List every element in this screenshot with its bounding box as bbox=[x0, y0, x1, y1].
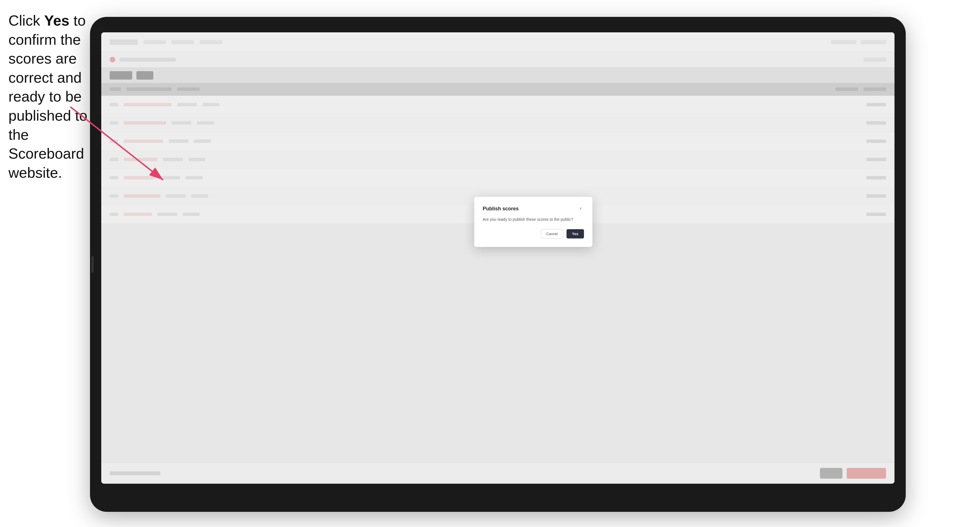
modal-message: Are you ready to publish these scores to… bbox=[483, 216, 584, 222]
cancel-button[interactable]: Cancel bbox=[541, 229, 563, 238]
modal-header: Publish scores × bbox=[483, 205, 584, 212]
tablet-side-button bbox=[91, 256, 94, 273]
instruction-text: Click Yes to confirm the scores are corr… bbox=[8, 11, 90, 182]
publish-scores-modal: Publish scores × Are you ready to publis… bbox=[474, 197, 592, 247]
tablet-screen: Publish scores × Are you ready to publis… bbox=[101, 32, 894, 484]
modal-close-button[interactable]: × bbox=[577, 205, 584, 212]
tablet-device: Publish scores × Are you ready to publis… bbox=[90, 17, 906, 512]
modal-footer: Cancel Yes bbox=[483, 229, 584, 238]
modal-body: Are you ready to publish these scores to… bbox=[483, 216, 584, 222]
modal-title: Publish scores bbox=[483, 206, 519, 212]
yes-button[interactable]: Yes bbox=[566, 229, 584, 238]
modal-overlay: Publish scores × Are you ready to publis… bbox=[101, 32, 894, 484]
